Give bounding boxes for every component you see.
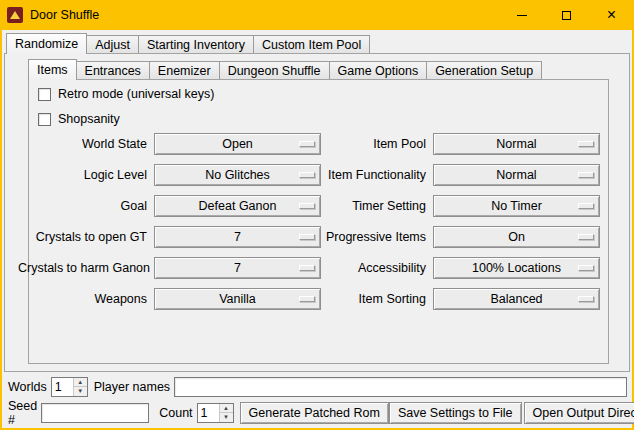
dropdown-value: On xyxy=(508,230,525,244)
progressive-items-dropdown[interactable]: On xyxy=(433,226,600,248)
item-functionality-label: Item Functionality xyxy=(321,168,433,182)
tab-adjust[interactable]: Adjust xyxy=(86,35,139,53)
tab-randomize[interactable]: Randomize xyxy=(6,33,87,54)
inner-tabbar: Items Entrances Enemizer Dungeon Shuffle… xyxy=(28,59,542,79)
tab-starting-inventory[interactable]: Starting Inventory xyxy=(138,35,254,53)
spin-down-icon: ▼ xyxy=(223,414,229,420)
retro-mode-label: Retro mode (universal keys) xyxy=(58,87,214,101)
count-spinner: ▲ ▼ xyxy=(197,403,234,423)
crystals-gt-dropdown[interactable]: 7 xyxy=(154,226,321,248)
tab-generation-setup[interactable]: Generation Setup xyxy=(426,61,542,79)
goal-label: Goal xyxy=(18,199,154,213)
tab-custom-item-pool[interactable]: Custom Item Pool xyxy=(253,35,370,53)
seed-input[interactable] xyxy=(41,403,149,423)
logic-level-label: Logic Level xyxy=(18,168,154,182)
count-spin-down-button[interactable]: ▼ xyxy=(220,412,233,422)
dropdown-indicator-icon xyxy=(578,296,594,302)
item-functionality-dropdown[interactable]: Normal xyxy=(433,164,600,186)
dropdown-indicator-icon xyxy=(578,234,594,240)
save-settings-button[interactable]: Save Settings to File xyxy=(389,402,522,424)
timer-setting-dropdown[interactable]: No Timer xyxy=(433,195,600,217)
worlds-label: Worlds xyxy=(8,380,47,394)
item-pool-label: Item Pool xyxy=(321,137,433,151)
weapons-dropdown[interactable]: Vanilla xyxy=(154,288,321,310)
retro-mode-checkbox[interactable] xyxy=(38,88,51,101)
shopsanity-row: Shopsanity xyxy=(38,111,120,127)
item-sorting-dropdown[interactable]: Balanced xyxy=(433,288,600,310)
spin-up-icon: ▲ xyxy=(223,405,229,411)
generate-patched-rom-button[interactable]: Generate Patched Rom xyxy=(240,402,389,424)
count-label: Count xyxy=(159,406,192,420)
dropdown-indicator-icon xyxy=(299,296,315,302)
worlds-row: Worlds ▲ ▼ Player names xyxy=(8,376,627,397)
crystals-ganon-dropdown[interactable]: 7 xyxy=(154,257,321,279)
logic-level-dropdown[interactable]: No Glitches xyxy=(154,164,321,186)
tab-entrances[interactable]: Entrances xyxy=(76,61,150,79)
dropdown-indicator-icon xyxy=(299,203,315,209)
dropdown-value: Balanced xyxy=(490,292,542,306)
worlds-input[interactable] xyxy=(52,378,73,396)
weapons-label: Weapons xyxy=(18,292,154,306)
minimize-button[interactable] xyxy=(499,0,544,30)
dropdown-value: No Timer xyxy=(491,199,542,213)
minimize-icon xyxy=(517,15,527,16)
retro-mode-row: Retro mode (universal keys) xyxy=(38,86,214,102)
settings-grid: World State Open Item Pool Normal Logic … xyxy=(18,133,600,310)
dropdown-value: 7 xyxy=(234,261,241,275)
maximize-icon xyxy=(562,11,571,20)
dropdown-indicator-icon xyxy=(299,265,315,271)
tab-dungeon-shuffle[interactable]: Dungeon Shuffle xyxy=(219,61,330,79)
dropdown-value: Vanilla xyxy=(219,292,256,306)
spin-down-icon: ▼ xyxy=(77,388,83,394)
count-spin-buttons: ▲ ▼ xyxy=(219,404,233,422)
count-input[interactable] xyxy=(198,404,219,422)
spin-up-icon: ▲ xyxy=(77,379,83,385)
dropdown-indicator-icon xyxy=(299,172,315,178)
worlds-spin-down-button[interactable]: ▼ xyxy=(74,386,87,396)
world-state-dropdown[interactable]: Open xyxy=(154,133,321,155)
dropdown-indicator-icon xyxy=(578,265,594,271)
timer-setting-label: Timer Setting xyxy=(321,199,433,213)
seed-row: Seed # Count ▲ ▼ Generate Patched Rom Sa… xyxy=(8,401,627,424)
dropdown-value: Defeat Ganon xyxy=(199,199,277,213)
dropdown-value: 7 xyxy=(234,230,241,244)
player-names-label: Player names xyxy=(94,380,170,394)
crystals-ganon-label: Crystals to harm Ganon xyxy=(18,261,154,275)
accessibility-dropdown[interactable]: 100% Locations xyxy=(433,257,600,279)
seed-label: Seed # xyxy=(8,399,37,427)
door-shuffle-window: Door Shuffle × Randomize Adjust Starting… xyxy=(0,0,634,430)
dropdown-indicator-icon xyxy=(578,141,594,147)
close-icon: × xyxy=(607,7,616,23)
tab-items[interactable]: Items xyxy=(28,59,77,80)
tab-enemizer[interactable]: Enemizer xyxy=(149,61,220,79)
dropdown-value: Open xyxy=(222,137,253,151)
dropdown-indicator-icon xyxy=(578,203,594,209)
tab-game-options[interactable]: Game Options xyxy=(329,61,428,79)
titlebar: Door Shuffle × xyxy=(0,0,634,30)
worlds-spin-buttons: ▲ ▼ xyxy=(73,378,87,396)
item-sorting-label: Item Sorting xyxy=(321,292,433,306)
shopsanity-label: Shopsanity xyxy=(58,112,120,126)
dropdown-value: Normal xyxy=(496,137,536,151)
window-title: Door Shuffle xyxy=(30,8,99,22)
accessibility-label: Accessibility xyxy=(321,261,433,275)
goal-dropdown[interactable]: Defeat Ganon xyxy=(154,195,321,217)
open-output-directory-button[interactable]: Open Output Directory xyxy=(524,402,634,424)
dropdown-indicator-icon xyxy=(299,141,315,147)
crystals-gt-label: Crystals to open GT xyxy=(18,230,154,244)
count-spin-up-button[interactable]: ▲ xyxy=(220,404,233,413)
player-names-input[interactable] xyxy=(174,377,627,397)
shopsanity-checkbox[interactable] xyxy=(38,113,51,126)
outer-tabbar: Randomize Adjust Starting Inventory Cust… xyxy=(6,33,370,53)
maximize-button[interactable] xyxy=(544,0,589,30)
dropdown-value: No Glitches xyxy=(205,168,270,182)
world-state-label: World State xyxy=(18,137,154,151)
worlds-spinner: ▲ ▼ xyxy=(51,377,88,397)
item-pool-dropdown[interactable]: Normal xyxy=(433,133,600,155)
close-button[interactable]: × xyxy=(589,0,634,30)
progressive-items-label: Progressive Items xyxy=(321,230,433,244)
worlds-spin-up-button[interactable]: ▲ xyxy=(74,378,87,387)
dropdown-indicator-icon xyxy=(299,234,315,240)
dropdown-value: 100% Locations xyxy=(472,261,561,275)
app-icon xyxy=(7,7,23,23)
